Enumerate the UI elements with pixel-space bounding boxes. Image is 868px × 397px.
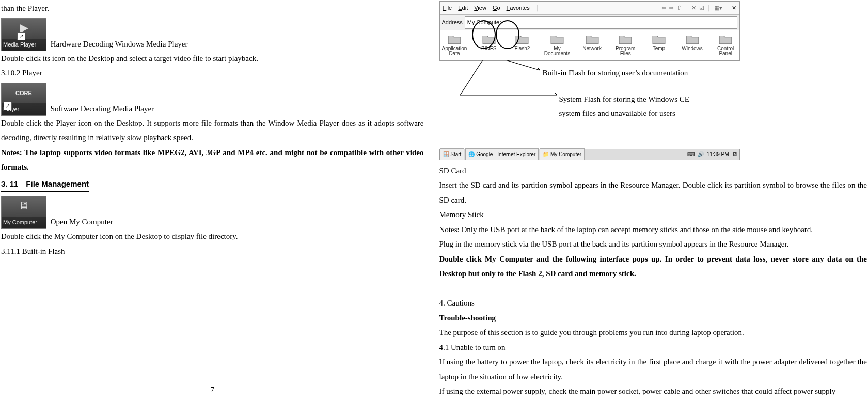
hw-decode-label: Hardware Decoding Windows Media Player [51, 39, 188, 48]
memory-stick-plug: Plug in the memory stick via the USB por… [439, 237, 867, 252]
my-computer-icon: 🖥 My Computer [1, 196, 46, 229]
troubleshooting-heading: Trouble-shooting [439, 311, 867, 326]
folder-label: Application Data [442, 46, 467, 56]
folder-label: Network [582, 46, 602, 51]
sw-decode-paragraph: Double click the Player icon on the Desk… [1, 116, 424, 145]
folder-label: My Documents [544, 46, 571, 56]
folder-icon [719, 34, 732, 45]
taskbar-item-mycomputer[interactable]: 📁 My Computer [540, 148, 585, 160]
folder-program-files[interactable]: Program Files [614, 34, 637, 56]
folder-windows[interactable]: Windows [681, 34, 704, 56]
shortcut-arrow-icon: ↗ [4, 102, 12, 110]
core-player-glyph-icon: CORE [2, 83, 46, 103]
folder-label: Flash2 [514, 46, 530, 51]
menu-file[interactable]: File [443, 3, 452, 13]
menu-go[interactable]: Go [493, 3, 500, 13]
data-loss-warning: Double click My Computer and the followi… [439, 252, 867, 281]
section-4-1-p1: If using the battery to power the laptop… [439, 355, 867, 384]
folder-label: Program Files [614, 46, 637, 56]
folder-icon [586, 34, 599, 45]
explorer-window: File Edit View Go Favorites │ ⇦ ⇨ ⇧ │ ✕ … [439, 1, 740, 61]
taskbar: 🪟 Start 🌐 Google - Internet Explorer 📁 M… [439, 149, 740, 160]
open-my-computer-label: Open My Computer [51, 218, 113, 226]
explorer-addressbar: Address My Computer [440, 15, 739, 30]
up-icon[interactable]: ⇧ [677, 3, 682, 13]
section-3-11-1: 3.11.1 Built-in Flash [1, 244, 424, 259]
section-3-10-2: 3.10.2 Player [1, 66, 424, 81]
folder-icon [482, 34, 496, 45]
memory-stick-notes: Notes: Only the USB port at the back of … [439, 222, 867, 237]
media-player-icon: ▶ ↗ Media Player [1, 18, 46, 51]
annotation-flash2-text: Built-in Flash for storing user’s docume… [543, 66, 688, 80]
page-right: File Edit View Go Favorites │ ⇦ ⇨ ⇧ │ ✕ … [434, 0, 869, 397]
close-icon[interactable]: ✕ [732, 3, 736, 13]
page-left: than the Player. ▶ ↗ Media Player Hardwa… [0, 0, 434, 397]
folder-icon [652, 34, 666, 45]
my-computer-icon-label: My Computer [2, 217, 46, 228]
folder-icon [686, 34, 699, 45]
folder-icon [550, 34, 564, 45]
explorer-menubar: File Edit View Go Favorites │ ⇦ ⇨ ⇧ │ ✕ … [440, 2, 739, 15]
media-player-icon-label: Media Player [2, 39, 46, 51]
clock[interactable]: 11:39 PM [707, 149, 729, 159]
explorer-body: Application Data BINFS Flash2 My Documen… [440, 30, 739, 60]
delete-icon[interactable]: ✕ [691, 3, 696, 13]
folder-application-data[interactable]: Application Data [442, 34, 467, 56]
folder-binfs[interactable]: BINFS [477, 34, 500, 56]
page-number-left: 7 [1, 383, 424, 397]
folder-control-panel[interactable]: Control Panel [714, 34, 737, 56]
sd-card-paragraph: Insert the SD card and its partition sym… [439, 178, 867, 207]
player-icon: CORE ↗ Player [1, 83, 46, 116]
svg-line-2 [460, 60, 483, 95]
forward-icon[interactable]: ⇨ [669, 3, 674, 13]
folder-label: Temp [653, 46, 665, 51]
menu-favorites[interactable]: Favorites [507, 3, 530, 13]
shortcut-arrow-icon: ↗ [17, 32, 25, 40]
folder-label: Windows [682, 46, 703, 51]
notes-video-formats: Notes: The laptop supports video formats… [1, 145, 424, 175]
folder-icon [515, 34, 529, 45]
folder-flash2[interactable]: Flash2 [511, 34, 534, 56]
back-icon[interactable]: ⇦ [661, 3, 666, 13]
start-button[interactable]: 🪟 Start [440, 148, 465, 160]
section-3-11: 3. 11 File Management [1, 177, 89, 192]
folder-network[interactable]: Network [580, 34, 604, 56]
sw-decode-label: Software Decoding Media Player [51, 104, 154, 112]
section-4-1: 4.1 Unable to turn on [439, 340, 867, 355]
section-4-1-p2: If using the external power supply, chec… [439, 384, 867, 397]
address-label: Address [442, 17, 463, 28]
taskbar-item-ie[interactable]: 🌐 Google - Internet Explorer [465, 148, 539, 160]
text-fragment-top: than the Player. [1, 1, 424, 16]
volume-icon[interactable]: 🔊 [698, 149, 704, 159]
folder-label: BINFS [481, 46, 496, 51]
memory-stick-heading: Memory Stick [439, 207, 867, 222]
view-mode-icon[interactable]: ▦▾ [714, 3, 722, 13]
folder-temp[interactable]: Temp [648, 34, 671, 56]
properties-icon[interactable]: ☑ [699, 3, 704, 13]
computer-glyph-icon: 🖥 [2, 195, 46, 217]
folder-label: Control Panel [714, 46, 737, 56]
menu-view[interactable]: View [474, 3, 486, 13]
folder-icon [448, 34, 461, 45]
folder-my-documents[interactable]: My Documents [544, 34, 571, 56]
menu-edit[interactable]: Edit [458, 3, 468, 13]
annotation-block: Built-in Flash for storing user’s docume… [439, 64, 867, 126]
dbl-click-mycomp: Double click the My Computer icon on the… [1, 229, 424, 244]
annotation-binfs-text: System Flash for storing the Windows CE … [559, 93, 724, 120]
sd-card-heading: SD Card [439, 163, 867, 178]
system-tray: ⌨ 🔊 11:39 PM 🖥 [687, 149, 739, 159]
troubleshooting-purpose: The purpose of this section is to guide … [439, 325, 867, 340]
address-input[interactable]: My Computer [465, 16, 737, 29]
folder-icon [619, 34, 632, 45]
svg-line-0 [506, 60, 540, 70]
dbl-click-desktop: Double click its icon on the Desktop and… [1, 51, 424, 66]
show-desktop-icon[interactable]: 🖥 [732, 149, 737, 159]
keyboard-icon[interactable]: ⌨ [687, 149, 695, 159]
section-4: 4. Cautions [439, 296, 867, 311]
